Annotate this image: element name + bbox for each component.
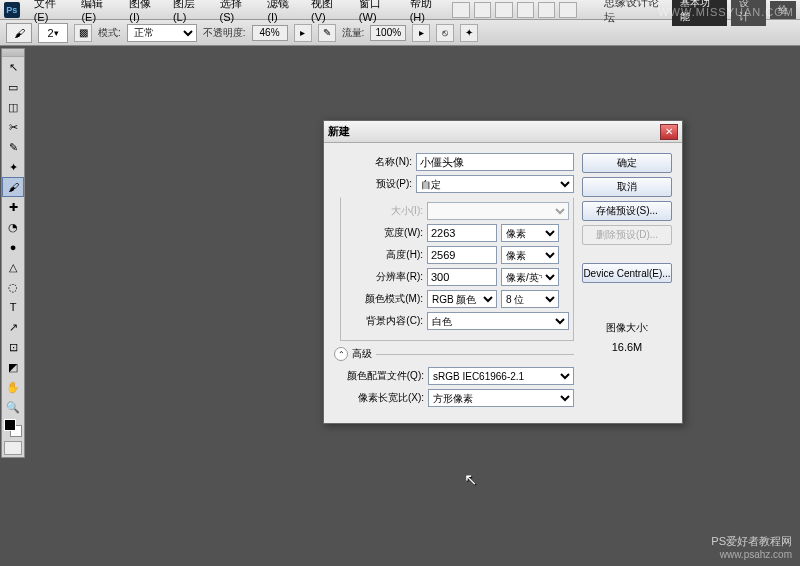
foreground-color[interactable] (4, 419, 16, 431)
lasso-tool[interactable]: ◫ (2, 97, 24, 117)
watermark-bottom: PS爱好者教程网 www.psahz.com (711, 534, 792, 560)
save-preset-button[interactable]: 存储预设(S)... (582, 201, 672, 221)
color-profile-label: 颜色配置文件(Q): (334, 369, 424, 383)
healing-tool[interactable]: ✦ (2, 157, 24, 177)
bit-depth-select[interactable]: 8 位 (501, 290, 559, 308)
delete-preset-button: 删除预设(D)... (582, 225, 672, 245)
color-mode-label: 颜色模式(M): (345, 292, 423, 306)
height-input[interactable] (427, 246, 497, 264)
menu-layer[interactable]: 图层(L) (167, 0, 214, 23)
device-central-button[interactable]: Device Central(E)... (582, 263, 672, 283)
opacity-flyout-icon[interactable]: ▸ (294, 24, 312, 42)
width-input[interactable] (427, 224, 497, 242)
launch-bridge-icon[interactable] (452, 2, 469, 18)
width-label: 宽度(W): (345, 226, 423, 240)
tool-preset-picker[interactable]: 🖌 (6, 23, 32, 43)
name-input[interactable] (416, 153, 574, 171)
menu-help[interactable]: 帮助(H) (404, 0, 452, 23)
tablet-opacity-icon[interactable]: ✎ (318, 24, 336, 42)
zoom-level-icon[interactable] (517, 2, 534, 18)
menu-select[interactable]: 选择(S) (214, 0, 262, 23)
toolbox: ↖ ▭ ◫ ✂ ✎ ✦ 🖌 ✚ ◔ ● △ ◌ T ↗ ⊡ ◩ ✋ 🔍 (1, 48, 25, 458)
crop-tool[interactable]: ✂ (2, 117, 24, 137)
name-label: 名称(N): (334, 155, 412, 169)
flow-flyout-icon[interactable]: ▸ (412, 24, 430, 42)
advanced-toggle-icon[interactable]: ⌃ (334, 347, 348, 361)
dialog-title: 新建 (328, 124, 660, 139)
cursor-icon: ↖ (464, 470, 477, 489)
move-tool[interactable]: ↖ (2, 57, 24, 77)
blur-tool[interactable]: ◌ (2, 277, 24, 297)
image-size-value: 16.6M (582, 341, 672, 353)
dialog-buttons: 确定 取消 存储预设(S)... 删除预设(D)... Device Centr… (582, 153, 672, 411)
resolution-unit-select[interactable]: 像素/英寸 (501, 268, 559, 286)
type-tool[interactable]: T (2, 297, 24, 317)
tablet-size-icon[interactable]: ✦ (460, 24, 478, 42)
marquee-tool[interactable]: ▭ (2, 77, 24, 97)
width-unit-select[interactable]: 像素 (501, 224, 559, 242)
toolbox-grip[interactable] (2, 49, 24, 57)
preset-label: 预设(P): (334, 177, 412, 191)
height-label: 高度(H): (345, 248, 423, 262)
zoom-tool[interactable]: 🔍 (2, 397, 24, 417)
size-select (427, 202, 569, 220)
new-document-dialog: 新建 ✕ 名称(N): 预设(P): 自定 大小(I): 宽度(W): 像素 (323, 120, 683, 424)
cancel-button[interactable]: 取消 (582, 177, 672, 197)
stamp-tool[interactable]: ✚ (2, 197, 24, 217)
eyedropper-tool[interactable]: ✎ (2, 137, 24, 157)
height-unit-select[interactable]: 像素 (501, 246, 559, 264)
preset-select[interactable]: 自定 (416, 175, 574, 193)
shape-tool[interactable]: ⊡ (2, 337, 24, 357)
size-label: 大小(I): (345, 204, 423, 218)
menu-edit[interactable]: 编辑(E) (75, 0, 123, 23)
brush-panel-icon[interactable]: ▩ (74, 24, 92, 42)
menu-filter[interactable]: 滤镜(I) (261, 0, 305, 23)
app-logo: Ps (4, 2, 20, 18)
menu-file[interactable]: 文件(E) (28, 0, 76, 23)
brush-tool[interactable]: 🖌 (2, 177, 24, 197)
dialog-titlebar[interactable]: 新建 ✕ (324, 121, 682, 143)
hand-tool[interactable]: ✋ (2, 377, 24, 397)
3d-tool[interactable]: ◩ (2, 357, 24, 377)
color-profile-select[interactable]: sRGB IEC61966-2.1 (428, 367, 574, 385)
mode-label: 模式: (98, 26, 121, 40)
resolution-input[interactable] (427, 268, 497, 286)
airbrush-icon[interactable]: ⎋ (436, 24, 454, 42)
screen-mode-icon[interactable] (559, 2, 576, 18)
dialog-fields: 名称(N): 预设(P): 自定 大小(I): 宽度(W): 像素 高度(H): (334, 153, 574, 411)
color-mode-select[interactable]: RGB 颜色 (427, 290, 497, 308)
advanced-label: 高级 (352, 347, 372, 361)
gradient-tool[interactable]: △ (2, 257, 24, 277)
flow-label: 流量: (342, 26, 365, 40)
background-label: 背景内容(C): (345, 314, 423, 328)
flow-input[interactable] (370, 25, 406, 41)
menu-view[interactable]: 视图(V) (305, 0, 353, 23)
history-brush-tool[interactable]: ◔ (2, 217, 24, 237)
color-swatch[interactable] (4, 419, 22, 437)
eraser-tool[interactable]: ● (2, 237, 24, 257)
opacity-label: 不透明度: (203, 26, 246, 40)
quickmask-button[interactable] (4, 441, 22, 455)
pixel-aspect-select[interactable]: 方形像素 (428, 389, 574, 407)
close-icon[interactable]: ✕ (660, 124, 678, 140)
menu-image[interactable]: 图像(I) (123, 0, 167, 23)
pen-tool[interactable]: ↗ (2, 317, 24, 337)
background-select[interactable]: 白色 (427, 312, 569, 330)
blend-mode-select[interactable]: 正常 (127, 24, 197, 42)
menu-window[interactable]: 窗口(W) (353, 0, 404, 23)
pixel-aspect-label: 像素长宽比(X): (334, 391, 424, 405)
ok-button[interactable]: 确定 (582, 153, 672, 173)
view-extras-icon[interactable] (495, 2, 512, 18)
resolution-label: 分辨率(R): (345, 270, 423, 284)
launch-minibridge-icon[interactable] (474, 2, 491, 18)
opacity-input[interactable] (252, 25, 288, 41)
watermark-top: WWW.MISSYUAN.COM (658, 6, 794, 18)
brush-preset-picker[interactable]: 2 ▾ (38, 23, 68, 43)
arrange-docs-icon[interactable] (538, 2, 555, 18)
image-size-label: 图像大小: (582, 321, 672, 335)
